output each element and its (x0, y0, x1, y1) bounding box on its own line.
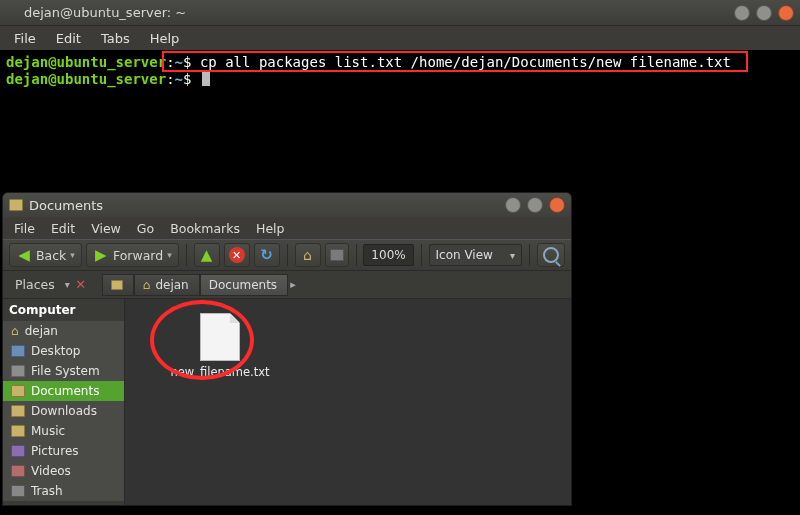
breadcrumb: ⌂ dejan Documents ▸ (102, 274, 300, 296)
back-label: Back (36, 248, 66, 263)
sidebar-item-label: Videos (31, 464, 71, 478)
folder-icon (111, 280, 123, 290)
breadcrumb-root[interactable] (102, 274, 134, 296)
chevron-right-icon[interactable]: ▸ (290, 278, 300, 291)
prompt-path: ~ (175, 54, 183, 70)
sidebar-item-filesystem[interactable]: File System (3, 361, 124, 381)
file-item[interactable]: new_filename.txt (165, 313, 275, 379)
sidebar-item-trash[interactable]: Trash (3, 481, 124, 501)
sidebar-item-label: Desktop (31, 344, 81, 358)
breadcrumb-home[interactable]: ⌂ dejan (134, 274, 200, 296)
computer-button[interactable] (325, 243, 349, 267)
filemanager-fileview[interactable]: new_filename.txt (125, 299, 571, 505)
home-button[interactable]: ⌂ (295, 243, 321, 267)
close-button[interactable] (549, 197, 565, 213)
computer-icon (330, 249, 344, 261)
up-button[interactable]: ▲ (194, 243, 220, 267)
menu-help[interactable]: Help (249, 219, 292, 238)
filemanager-body: Computer ⌂ dejan Desktop File System Doc… (3, 299, 571, 505)
desktop-icon (11, 345, 25, 357)
sidebar-item-label: Pictures (31, 444, 79, 458)
folder-icon (11, 385, 25, 397)
arrow-right-icon: ▶ (93, 247, 109, 263)
terminal-menubar: File Edit Tabs Help (0, 26, 800, 50)
close-button[interactable] (778, 5, 794, 21)
sidebar-item-label: File System (31, 364, 100, 378)
prompt-sep: : (166, 71, 174, 87)
menu-go[interactable]: Go (130, 219, 161, 238)
trash-icon (11, 485, 25, 497)
separator (356, 244, 357, 266)
folder-icon (9, 199, 23, 211)
arrow-left-icon: ◀ (16, 247, 32, 263)
forward-button[interactable]: ▶ Forward ▾ (86, 243, 179, 267)
forward-label: Forward (113, 248, 163, 263)
file-label: new_filename.txt (165, 365, 275, 379)
prompt-dollar: $ (183, 54, 191, 70)
folder-icon (11, 405, 25, 417)
filemanager-title: Documents (29, 198, 103, 213)
chevron-down-icon: ▾ (510, 250, 515, 261)
filemanager-sidebar: Computer ⌂ dejan Desktop File System Doc… (3, 299, 125, 505)
arrow-up-icon: ▲ (199, 247, 215, 263)
stop-icon: ✕ (229, 247, 245, 263)
sidebar-item-label: dejan (25, 324, 58, 338)
pictures-icon (11, 445, 25, 457)
zoom-label: 100% (371, 248, 405, 262)
home-icon: ⌂ (300, 247, 316, 263)
maximize-button[interactable] (527, 197, 543, 213)
viewmode-label: Icon View (436, 248, 493, 262)
menu-edit[interactable]: Edit (44, 219, 82, 238)
menu-help[interactable]: Help (142, 29, 188, 48)
maximize-button[interactable] (756, 5, 772, 21)
sidebar-item-documents[interactable]: Documents (3, 381, 124, 401)
prompt-user: dejan@ubuntu_server (6, 71, 166, 87)
prompt-path: ~ (175, 71, 183, 87)
places-label[interactable]: Places (9, 275, 61, 294)
separator (186, 244, 187, 266)
sidebar-item-music[interactable]: Music (3, 421, 124, 441)
sidebar-item-label: Music (31, 424, 65, 438)
chevron-down-icon[interactable]: ▾ (65, 279, 70, 290)
filemanager-toolbar: ◀ Back ▾ ▶ Forward ▾ ▲ ✕ ↻ ⌂ 100% (3, 239, 571, 271)
filemanager-menubar: File Edit View Go Bookmarks Help (3, 217, 571, 239)
zoom-level[interactable]: 100% (363, 244, 413, 266)
sidebar-item-label: Trash (31, 484, 63, 498)
viewmode-select[interactable]: Icon View ▾ (429, 244, 523, 266)
back-button[interactable]: ◀ Back ▾ (9, 243, 82, 267)
sidebar-item-videos[interactable]: Videos (3, 461, 124, 481)
command-text: cp all_packages_list.txt /home/dejan/Doc… (200, 54, 731, 70)
search-button[interactable] (537, 243, 565, 267)
filemanager-window: Documents File Edit View Go Bookmarks He… (2, 192, 572, 506)
menu-file[interactable]: File (6, 29, 44, 48)
stop-button[interactable]: ✕ (224, 243, 250, 267)
terminal-line: dejan@ubuntu_server:~$ cp all_packages_l… (6, 54, 794, 71)
menu-bookmarks[interactable]: Bookmarks (163, 219, 247, 238)
menu-view[interactable]: View (84, 219, 128, 238)
reload-icon: ↻ (259, 247, 275, 263)
filemanager-locationbar: Places ▾ ✕ ⌂ dejan Documents ▸ (3, 271, 571, 299)
sidebar-item-desktop[interactable]: Desktop (3, 341, 124, 361)
reload-button[interactable]: ↻ (254, 243, 280, 267)
home-icon: ⌂ (143, 278, 151, 292)
sidebar-item-label: Documents (31, 384, 99, 398)
home-icon: ⌂ (11, 324, 19, 338)
clear-icon[interactable]: ✕ (74, 278, 88, 292)
prompt-dollar: $ (183, 71, 191, 87)
prompt-user: dejan@ubuntu_server (6, 54, 166, 70)
separator (529, 244, 530, 266)
menu-edit[interactable]: Edit (48, 29, 89, 48)
sidebar-item-pictures[interactable]: Pictures (3, 441, 124, 461)
menu-tabs[interactable]: Tabs (93, 29, 138, 48)
minimize-button[interactable] (734, 5, 750, 21)
videos-icon (11, 465, 25, 477)
sidebar-item-dejan[interactable]: ⌂ dejan (3, 321, 124, 341)
separator (421, 244, 422, 266)
sidebar-item-downloads[interactable]: Downloads (3, 401, 124, 421)
breadcrumb-current[interactable]: Documents (200, 274, 288, 296)
terminal-title: dejan@ubuntu_server: ~ (24, 5, 186, 20)
minimize-button[interactable] (505, 197, 521, 213)
breadcrumb-current-label: Documents (209, 278, 277, 292)
menu-file[interactable]: File (7, 219, 42, 238)
terminal-titlebar: dejan@ubuntu_server: ~ (0, 0, 800, 26)
